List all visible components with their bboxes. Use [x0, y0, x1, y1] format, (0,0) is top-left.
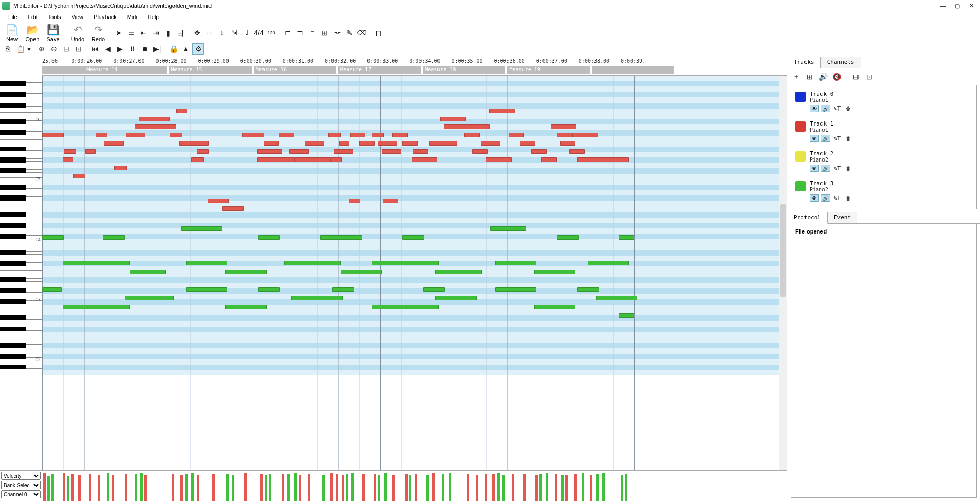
- metronome-icon[interactable]: 120: [266, 27, 277, 39]
- velocity-bar[interactable]: [378, 475, 380, 501]
- equalize-icon[interactable]: ≡: [307, 27, 318, 39]
- track-visible-icon[interactable]: 👁: [810, 165, 819, 172]
- midi-note[interactable]: [264, 141, 279, 146]
- midi-note[interactable]: [125, 296, 174, 300]
- midi-note[interactable]: [170, 133, 182, 137]
- velocity-bar[interactable]: [502, 475, 505, 501]
- new-button[interactable]: 📄New: [2, 24, 22, 42]
- zoom-fit-h-icon[interactable]: ⊟: [61, 43, 72, 55]
- midi-note[interactable]: [186, 287, 227, 292]
- velocity-bar[interactable]: [467, 474, 469, 501]
- midi-note[interactable]: [372, 305, 439, 309]
- velocity-bar[interactable]: [561, 475, 564, 501]
- velocity-bar[interactable]: [107, 473, 109, 501]
- bank-select[interactable]: Bank Selec: [1, 481, 41, 489]
- midi-note[interactable]: [435, 270, 482, 274]
- select-left-icon[interactable]: ⇤: [138, 27, 149, 39]
- midi-note[interactable]: [73, 174, 85, 178]
- midi-note[interactable]: [486, 157, 512, 162]
- velocity-bar[interactable]: [232, 475, 234, 501]
- track-audible-icon[interactable]: 🔊: [821, 165, 830, 172]
- midi-note[interactable]: [489, 109, 515, 113]
- velocity-bar[interactable]: [346, 474, 348, 501]
- velocity-bar[interactable]: [415, 474, 417, 501]
- midi-note[interactable]: [383, 199, 398, 203]
- copy-icon[interactable]: ⎘: [2, 43, 13, 55]
- midi-note[interactable]: [495, 261, 536, 265]
- track-audible-icon[interactable]: 🔊: [821, 135, 830, 142]
- velocity-bar[interactable]: [432, 473, 435, 501]
- velocity-bar[interactable]: [197, 475, 199, 501]
- midi-note[interactable]: [619, 313, 634, 318]
- midi-note[interactable]: [130, 270, 166, 274]
- track-item[interactable]: Track 2 Piano2 👁 🔊 ✎T 🗑: [793, 147, 974, 177]
- velocity-bar[interactable]: [596, 474, 599, 501]
- tab-event[interactable]: Event: [828, 212, 857, 223]
- velocity-bar[interactable]: [590, 475, 592, 501]
- midi-note[interactable]: [378, 141, 397, 146]
- midi-note[interactable]: [330, 157, 342, 162]
- undo-button[interactable]: ↶Undo: [68, 24, 87, 42]
- midi-note[interactable]: [569, 149, 585, 154]
- velocity-bar[interactable]: [185, 474, 188, 501]
- midi-note[interactable]: [619, 235, 634, 240]
- velocity-bar[interactable]: [351, 473, 354, 501]
- midi-note[interactable]: [509, 133, 524, 137]
- midi-note[interactable]: [557, 133, 572, 137]
- midi-note[interactable]: [341, 270, 382, 274]
- midi-note[interactable]: [359, 141, 375, 146]
- velocity-bar[interactable]: [78, 475, 81, 501]
- midi-note[interactable]: [392, 133, 408, 137]
- zoom-fit-v-icon[interactable]: ⊡: [73, 43, 84, 55]
- track-rename-icon[interactable]: ✎T: [832, 194, 842, 202]
- velocity-bar[interactable]: [172, 474, 174, 501]
- velocity-bar[interactable]: [523, 474, 526, 501]
- midi-note[interactable]: [341, 235, 362, 240]
- step-fwd-icon[interactable]: ▶|: [151, 43, 163, 55]
- velocity-bar[interactable]: [426, 475, 429, 501]
- velocity-bar[interactable]: [308, 474, 310, 501]
- midi-note[interactable]: [402, 141, 418, 146]
- velocity-bar[interactable]: [144, 475, 147, 501]
- midi-note[interactable]: [42, 287, 62, 292]
- midi-note[interactable]: [284, 261, 341, 265]
- velocity-area[interactable]: [42, 471, 787, 501]
- midi-note[interactable]: [258, 287, 280, 292]
- velocity-bar[interactable]: [409, 475, 411, 501]
- track-delete-icon[interactable]: 🗑: [844, 135, 853, 142]
- zoom-out-icon[interactable]: ⊖: [48, 43, 60, 55]
- tempo-icon[interactable]: ♩: [241, 27, 252, 39]
- velocity-bar[interactable]: [574, 474, 577, 501]
- velocity-bar[interactable]: [51, 474, 54, 501]
- add-track-icon[interactable]: ＋: [791, 71, 802, 82]
- midi-note[interactable]: [291, 296, 343, 300]
- rewind-icon[interactable]: ⏮: [90, 43, 101, 55]
- velocity-bar[interactable]: [294, 473, 297, 501]
- midi-note[interactable]: [289, 149, 309, 154]
- midi-note[interactable]: [551, 124, 576, 129]
- track-visible-icon[interactable]: 👁: [810, 135, 819, 142]
- velocity-bar[interactable]: [492, 474, 495, 501]
- maximize-icon[interactable]: ▢: [955, 3, 960, 9]
- midi-note[interactable]: [332, 287, 354, 292]
- velocity-bar[interactable]: [67, 476, 69, 501]
- midi-note[interactable]: [534, 305, 575, 309]
- align-right-icon[interactable]: ⊐: [294, 27, 306, 39]
- move-icon[interactable]: ✥: [191, 27, 203, 39]
- velocity-bar[interactable]: [125, 474, 127, 501]
- midi-note[interactable]: [472, 149, 488, 154]
- midi-note[interactable]: [63, 305, 130, 309]
- midi-note[interactable]: [186, 261, 227, 265]
- menu-view[interactable]: View: [66, 13, 89, 21]
- select-multi-icon[interactable]: ⇶: [175, 27, 186, 39]
- track-visible-icon[interactable]: 👁: [810, 194, 819, 202]
- open-button[interactable]: 📂Open: [23, 24, 42, 42]
- midi-note[interactable]: [104, 141, 124, 146]
- velocity-bar[interactable]: [260, 474, 263, 501]
- midi-note[interactable]: [577, 157, 629, 162]
- midi-note[interactable]: [225, 305, 267, 309]
- track-rename-icon[interactable]: ✎T: [832, 105, 842, 112]
- track-delete-icon[interactable]: 🗑: [844, 165, 853, 172]
- track-item[interactable]: Track 3 Piano2 👁 🔊 ✎T 🗑: [793, 177, 974, 207]
- midi-note[interactable]: [349, 199, 360, 203]
